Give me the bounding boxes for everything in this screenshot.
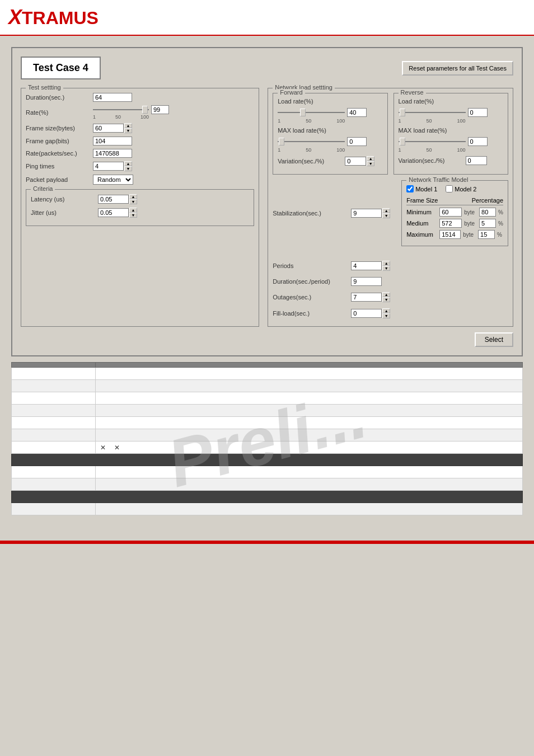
model2-checkbox[interactable]	[446, 185, 453, 192]
fwd-variation-up[interactable]: ▲	[367, 156, 374, 161]
fill-load-input[interactable]	[351, 309, 382, 318]
minimum-label: Minimum	[406, 209, 437, 215]
criteria-box: Criteria Latency (us) ▲ ▼ Jitter (us)	[26, 189, 254, 226]
model1-item: Model 1	[406, 185, 437, 192]
table-row	[12, 392, 523, 405]
fwd-variation-down[interactable]: ▼	[367, 161, 374, 166]
model2-label: Model 2	[455, 186, 476, 192]
x-mark-1: ✕	[100, 444, 106, 452]
latency-label: Latency (us)	[31, 196, 98, 203]
rate-slider-thumb[interactable]	[142, 106, 148, 114]
periods-down[interactable]: ▼	[382, 266, 390, 271]
duration-input[interactable]	[93, 93, 132, 102]
fill-load-down[interactable]: ▼	[382, 313, 390, 318]
fwd-load-slider-thumb[interactable]	[300, 109, 306, 116]
fwd-load-rate-row: Load rate(%)	[278, 98, 382, 105]
table-cell	[96, 429, 523, 442]
select-btn-row: Select	[21, 332, 513, 347]
jitter-up[interactable]: ▲	[129, 208, 137, 213]
fwd-load-slider-track	[278, 112, 345, 113]
fwd-variation-input[interactable]	[345, 157, 366, 166]
duration-row: Duration(sec.)	[26, 93, 254, 102]
outages-up[interactable]: ▲	[382, 292, 390, 297]
panel-header: Test Case 4 Reset parameters for all Tes…	[21, 57, 513, 79]
model2-item: Model 2	[446, 185, 476, 192]
network-traffic-box: Network Traffic Model Model 1 Model 2	[401, 180, 508, 246]
rate-row: Rate(%) 1 50 100	[26, 105, 254, 120]
periods-up[interactable]: ▲	[382, 261, 390, 266]
reverse-label: Reverse	[399, 89, 426, 96]
ping-times-up[interactable]: ▲	[124, 161, 132, 166]
medium-unit: byte	[464, 220, 475, 227]
fwd-min: 1	[278, 118, 280, 124]
fwd-max-load-label: MAX load rate(%)	[278, 127, 345, 134]
rev-max-load-input[interactable]	[468, 137, 488, 146]
table-cell	[12, 503, 96, 515]
reset-button[interactable]: Reset parameters for all Test Cases	[402, 61, 513, 76]
rev-load-rate-input[interactable]	[468, 108, 488, 117]
stab-down[interactable]: ▼	[382, 213, 390, 218]
select-button[interactable]: Select	[475, 332, 513, 347]
duration-period-row: Duration(sec./period)	[273, 277, 390, 286]
ping-times-spinner: ▲ ▼	[93, 161, 132, 171]
outages-input[interactable]	[351, 293, 382, 302]
fwd-max-slider-track	[278, 141, 345, 142]
fill-load-row: Fill-load(sec.) ▲ ▼	[273, 308, 390, 318]
main-content: Test Case 4 Reset parameters for all Tes…	[0, 36, 534, 529]
minimum-bytes-input[interactable]	[439, 208, 462, 217]
bottom-bar	[0, 541, 534, 544]
model1-checkbox[interactable]	[406, 185, 414, 192]
ping-times-down[interactable]: ▼	[124, 166, 132, 171]
frame-size-input[interactable]	[93, 124, 124, 133]
fill-load-up[interactable]: ▲	[382, 308, 390, 313]
ping-times-input[interactable]	[93, 162, 124, 171]
packet-payload-row: Packet payload Random Fixed	[26, 175, 254, 185]
latency-up[interactable]: ▲	[129, 194, 137, 199]
rev-load-slider-track	[399, 112, 466, 113]
fill-load-spinner: ▲ ▼	[351, 308, 390, 318]
jitter-down[interactable]: ▼	[129, 213, 137, 218]
frame-size-down[interactable]: ▼	[124, 128, 132, 133]
fwd-max-load-input[interactable]	[347, 137, 367, 146]
ping-times-label: Ping times	[26, 163, 93, 170]
outages-down[interactable]: ▼	[382, 297, 390, 302]
periods-input[interactable]	[351, 261, 382, 270]
latency-input[interactable]	[98, 195, 129, 204]
stab-input[interactable]	[351, 209, 382, 218]
rev-max-slider-thumb[interactable]	[400, 138, 405, 145]
latency-down[interactable]: ▼	[129, 199, 137, 204]
duration-period-input[interactable]	[351, 277, 382, 286]
medium-row: Medium byte %	[406, 219, 503, 228]
rev-load-slider-thumb[interactable]	[400, 109, 405, 116]
fwd-load-rate-input[interactable]	[347, 108, 367, 117]
table-row	[12, 466, 523, 478]
frame-gap-row: Frame gap(bits)	[26, 137, 254, 145]
medium-pct-input[interactable]	[479, 219, 496, 228]
fwd-max-slider-thumb[interactable]	[279, 138, 284, 145]
frame-gap-input[interactable]	[93, 137, 132, 145]
maximum-pct-input[interactable]	[478, 230, 495, 239]
watermark-area: Preli...	[11, 362, 523, 515]
table-cell	[96, 503, 523, 515]
table-cell	[12, 405, 96, 417]
rev-min: 1	[399, 118, 401, 124]
medium-bytes-input[interactable]	[439, 219, 462, 228]
rate-input[interactable]	[151, 105, 169, 114]
table-section-header-cell	[12, 454, 523, 466]
duration-period-label: Duration(sec./period)	[273, 278, 351, 285]
maximum-bytes-input[interactable]	[439, 230, 461, 239]
logo-x-letter: X	[8, 6, 22, 29]
table-cell	[96, 380, 523, 392]
period-params-col: Periods ▲ ▼ Duration(sec./period)	[273, 261, 390, 322]
frame-size-header: Frame Size Percentage	[406, 197, 503, 205]
frame-size-up[interactable]: ▲	[124, 123, 132, 128]
forward-box: Forward Load rate(%) 1 50	[273, 93, 387, 175]
stab-up[interactable]: ▲	[382, 208, 390, 213]
rev-variation-input[interactable]	[466, 156, 487, 165]
frame-size-label: Frame size(bytes)	[26, 125, 93, 132]
frame-size-row: Frame size(bytes) ▲ ▼	[26, 123, 254, 133]
jitter-input[interactable]	[98, 208, 129, 217]
rate-pps-input[interactable]	[93, 149, 132, 158]
packet-payload-select[interactable]: Random Fixed	[93, 175, 133, 185]
minimum-pct-input[interactable]	[479, 208, 496, 217]
